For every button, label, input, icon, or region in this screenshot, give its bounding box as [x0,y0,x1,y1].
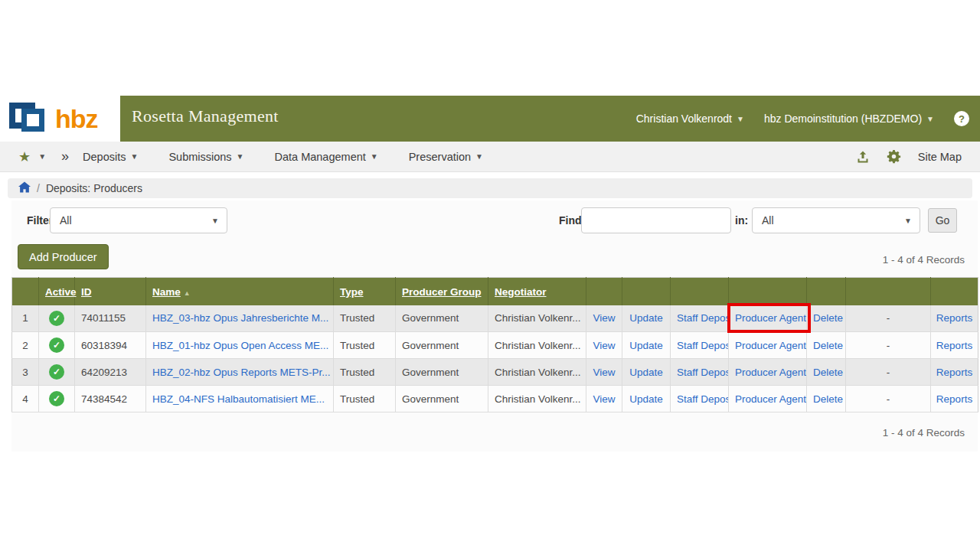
producer-name-link[interactable]: HBZ_01-hbz Opus Open Access ME... [152,340,328,351]
producer-id: 74011155 [75,305,146,332]
col-active[interactable]: Active [39,278,75,305]
col-reports [931,278,978,305]
no-value-dash: - [846,359,931,386]
update-link[interactable]: Update [629,367,663,378]
table-row: 4 ✓ 74384542 HBZ_04-NFS Halbautomatisier… [12,386,978,412]
producer-agents-link[interactable]: Producer Agents [735,312,807,324]
chevron-down-icon: ▼ [475,152,483,161]
active-check-icon: ✓ [49,337,64,353]
negotiator: Christian Volkenr... [488,305,586,332]
update-link[interactable]: Update [629,340,663,351]
chevron-down-icon: ▼ [211,217,219,225]
go-button[interactable]: Go [928,208,957,233]
nav-menu-submissions[interactable]: Submissions ▼ [168,151,243,163]
institution-menu[interactable]: hbz Demoinstitution (HBZDEMO) ▼ [764,112,934,125]
producer-group: Government [396,305,488,332]
nav-menu-deposits[interactable]: Deposits ▼ [83,151,138,163]
breadcrumb-separator: / [37,182,40,194]
app-header: hbz Rosetta Management Christian Volkenr… [0,96,980,142]
table-row: 2 ✓ 60318394 HBZ_01-hbz Opus Open Access… [12,332,978,359]
page-title: Rosetta Management [132,106,279,126]
records-summary-top: 1 - 4 of 4 Records [883,254,965,266]
nav-menu-submissions-label: Submissions [168,151,231,163]
upload-icon[interactable] [856,150,870,164]
reports-link[interactable]: Reports [936,367,972,378]
expand-chevrons-icon[interactable]: » [61,148,69,165]
producer-group: Government [396,332,488,359]
find-input[interactable] [581,207,731,233]
reports-link[interactable]: Reports [936,312,972,324]
view-link[interactable]: View [593,340,615,351]
active-status: ✓ [39,305,75,332]
staff-deposits-link[interactable]: Staff Deposits [677,367,729,378]
producer-type: Trusted [334,359,396,386]
reports-link[interactable]: Reports [936,393,972,405]
institution-menu-label: hbz Demoinstitution (HBZDEMO) [764,112,922,125]
view-link[interactable]: View [593,312,615,324]
negotiator: Christian Volkenr... [488,359,586,386]
user-menu[interactable]: Christian Volkenrodt ▼ [636,112,744,125]
add-producer-button[interactable]: Add Producer [18,244,109,269]
view-link[interactable]: View [593,367,615,378]
col-rownum [12,278,39,305]
producer-agents-link[interactable]: Producer Agents [735,393,807,405]
table-row: 1 ✓ 74011155 HBZ_03-hbz Opus Jahresberic… [12,305,978,332]
producer-id: 74384542 [75,386,146,412]
chevron-down-icon: ▼ [737,115,744,123]
active-check-icon: ✓ [49,364,64,380]
update-link[interactable]: Update [629,393,663,405]
nav-menu-preservation[interactable]: Preservation ▼ [409,151,483,163]
producer-id: 60318394 [75,332,146,359]
staff-deposits-link[interactable]: Staff Deposits [677,312,729,324]
no-value-dash: - [846,332,931,359]
site-map-link[interactable]: Site Map [918,151,962,163]
col-negotiator[interactable]: Negotiator [488,278,586,305]
chevron-down-icon[interactable]: ▼ [38,152,46,161]
filter-select[interactable]: All ▼ [50,207,227,233]
nav-menu-data-management-label: Data Management [275,151,366,163]
main-nav: ★ ▼ » Deposits ▼ Submissions ▼ Data Mana… [0,142,980,172]
chevron-down-icon: ▼ [130,152,138,161]
producer-name-link[interactable]: HBZ_02-hbz Opus Reports METS-Pr... [152,367,331,378]
producer-agents-link[interactable]: Producer Agents [735,367,807,378]
producer-group: Government [396,386,488,412]
help-icon[interactable]: ? [954,111,969,126]
hbz-logo[interactable]: hbz [0,96,120,142]
favorites-star-icon[interactable]: ★ [18,148,31,165]
producer-name-link[interactable]: HBZ_03-hbz Opus Jahresberichte M... [152,312,328,324]
col-type[interactable]: Type [334,278,396,305]
col-name[interactable]: Name▲ [146,278,334,305]
gear-icon[interactable] [887,149,901,164]
view-link[interactable]: View [593,393,615,405]
update-link[interactable]: Update [629,312,663,324]
active-status: ✓ [39,359,75,386]
active-check-icon: ✓ [49,311,64,326]
delete-link[interactable]: Delete [813,367,843,378]
delete-link[interactable]: Delete [813,340,843,351]
home-icon[interactable] [18,181,31,195]
active-status: ✓ [39,386,75,412]
producer-type: Trusted [334,386,396,412]
col-blank [846,278,931,305]
breadcrumb: / Deposits: Producers [8,178,972,198]
in-select[interactable]: All ▼ [752,207,920,233]
staff-deposits-link[interactable]: Staff Deposits [677,340,729,351]
nav-menu-preservation-label: Preservation [409,151,471,163]
col-producer-group[interactable]: Producer Group [396,278,488,305]
col-id[interactable]: ID [75,278,146,305]
records-summary-bottom: 1 - 4 of 4 Records [883,427,965,439]
in-select-value: All [762,214,774,227]
staff-deposits-link[interactable]: Staff Deposits [677,393,729,405]
filter-select-value: All [60,214,72,227]
chevron-down-icon: ▼ [371,152,378,161]
col-update [622,278,671,305]
col-staff-deposits [671,278,729,305]
table-header-row: Active ID Name▲ Type Producer Group Nego… [12,278,978,305]
nav-menu-data-management[interactable]: Data Management ▼ [275,151,378,163]
producer-agents-link[interactable]: Producer Agents [735,340,807,351]
producer-name-link[interactable]: HBZ_04-NFS Halbautomatisiert ME... [152,393,325,405]
delete-link[interactable]: Delete [813,312,843,324]
delete-link[interactable]: Delete [813,393,843,405]
no-value-dash: - [846,305,931,332]
reports-link[interactable]: Reports [936,340,972,351]
